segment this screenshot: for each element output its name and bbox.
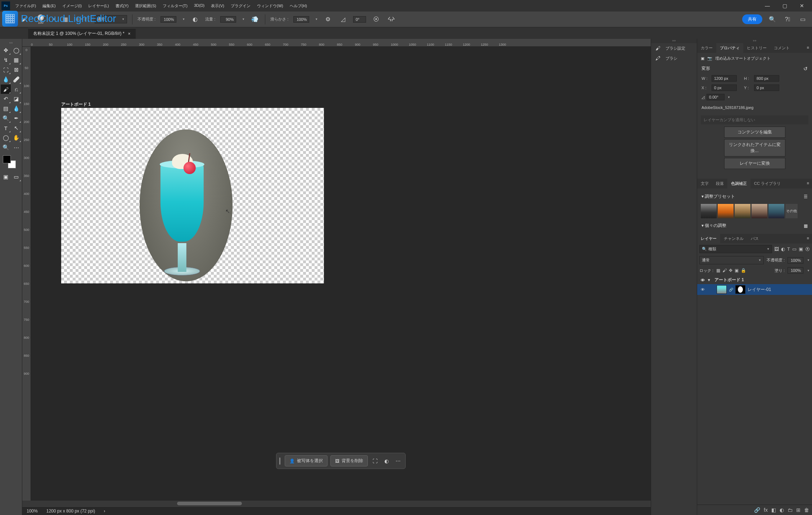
horizontal-scrollbar[interactable] — [22, 501, 651, 506]
share-button[interactable]: 共有 — [742, 14, 762, 24]
ruler-vertical[interactable]: 0501001502002503003504004505005506006507… — [22, 47, 31, 501]
document-dimensions[interactable]: 1200 px x 800 px (72 ppi) — [46, 509, 95, 514]
hand-tool[interactable]: ✋ — [11, 133, 21, 142]
preset-1[interactable] — [701, 204, 717, 218]
grid-view-icon[interactable]: ▦ — [804, 223, 808, 228]
frame-tool[interactable]: ⊠ — [11, 65, 21, 74]
flow-value[interactable]: 90% — [220, 16, 236, 23]
quickmask-icon[interactable]: ▣ — [1, 172, 11, 182]
blur-tool[interactable]: 💧 — [11, 104, 21, 113]
visibility-toggle[interactable]: 👁 — [699, 287, 706, 292]
transform-icon[interactable]: ⛶ — [371, 457, 379, 465]
canvas-stage[interactable]: アートボード 1 — [31, 47, 651, 501]
status-caret-icon[interactable]: › — [104, 509, 105, 514]
presets-more-button[interactable]: その他 — [785, 204, 798, 218]
close-button[interactable]: ✕ — [798, 3, 806, 9]
chevron-down-icon[interactable]: ▼ — [807, 269, 810, 272]
taskbar-handle[interactable] — [279, 457, 280, 465]
maximize-button[interactable]: ▢ — [780, 3, 789, 9]
chevron-down-icon[interactable]: ▼ — [727, 96, 730, 99]
y-value[interactable]: 0 px — [754, 85, 779, 91]
menu-type[interactable]: 書式(Y) — [113, 2, 132, 10]
menu-file[interactable]: ファイル(F) — [12, 2, 39, 10]
eraser-tool[interactable]: ◪ — [11, 94, 21, 104]
tab-layers[interactable]: レイヤー — [697, 234, 720, 243]
collapse-panels[interactable]: »» — [651, 39, 697, 43]
chevron-down-icon[interactable]: ▼ — [182, 18, 185, 21]
angle-value[interactable]: 0° — [353, 16, 366, 23]
symmetry-icon[interactable]: ᔦᔨ — [386, 14, 396, 24]
delete-layer-icon[interactable]: 🗑 — [804, 507, 809, 513]
dodge-tool[interactable]: 🔍 — [1, 114, 11, 123]
brushes-panel-button[interactable]: 🖍 ブラシ — [651, 53, 697, 63]
pressure-opacity-icon[interactable]: ◐ — [190, 14, 200, 24]
height-value[interactable]: 800 px — [754, 75, 779, 82]
menu-view[interactable]: 表示(V) — [208, 2, 227, 10]
collapse-toolbox[interactable]: «« — [1, 40, 21, 45]
tab-adjustments[interactable]: 色調補正 — [727, 179, 750, 188]
object-select-tool[interactable]: ▦ — [11, 55, 21, 65]
menu-window[interactable]: ウィンドウ(W) — [254, 2, 286, 10]
link-layers-icon[interactable]: 🔗 — [754, 507, 760, 513]
rotation-value[interactable]: 0.00° — [707, 94, 725, 100]
new-layer-icon[interactable]: ⊞ — [796, 507, 800, 513]
lock-artboard-icon[interactable]: ▣ — [735, 268, 739, 273]
zoom-tool[interactable]: 🔍 — [1, 143, 11, 152]
adjustment-layer-icon[interactable]: ◐ — [780, 507, 784, 513]
tab-paths[interactable]: パス — [747, 234, 762, 243]
minimize-button[interactable]: — — [763, 3, 772, 9]
marquee-tool[interactable]: ◯ — [11, 46, 21, 55]
filter-shape-icon[interactable]: ▭ — [792, 246, 797, 252]
smoothing-gear-icon[interactable]: ⚙ — [323, 14, 333, 24]
airbrush-icon[interactable]: 💨 — [250, 14, 260, 24]
gradient-tool[interactable]: ▤ — [1, 104, 11, 113]
tab-color[interactable]: カラー — [697, 43, 716, 53]
tab-character[interactable]: 文字 — [697, 179, 712, 188]
link-icon[interactable]: 🔗 — [729, 288, 733, 292]
reset-transform-icon[interactable]: ↺ — [803, 66, 808, 72]
fill-value[interactable]: 100% — [788, 267, 803, 274]
preset-4[interactable] — [752, 204, 767, 218]
lock-all-icon[interactable]: 🔒 — [741, 268, 746, 273]
menu-plugin[interactable]: プラグイン — [228, 2, 253, 10]
lock-position-icon[interactable]: ✥ — [729, 268, 732, 273]
layer-item[interactable]: 👁 🔗 レイヤー-01 — [697, 284, 812, 295]
brush-settings-panel-button[interactable]: 🖌 ブラシ設定 — [651, 43, 697, 53]
history-brush-tool[interactable]: ↶ — [1, 94, 11, 104]
healing-tool[interactable]: 🩹 — [11, 75, 21, 84]
edit-contents-button[interactable]: コンテンツを編集 — [724, 127, 785, 138]
eyedropper-tool[interactable]: 💧 — [1, 75, 11, 84]
chevron-down-icon[interactable]: ▾ — [702, 223, 705, 228]
menu-help[interactable]: ヘルプ(H) — [287, 2, 310, 10]
preset-3[interactable] — [735, 204, 750, 218]
crop-tool[interactable]: ⛶ — [1, 65, 11, 74]
remove-background-button[interactable]: 🖼 背景を削除 — [330, 455, 368, 466]
new-group-icon[interactable]: 🗀 — [788, 507, 793, 513]
tab-history[interactable]: ヒストリー — [743, 43, 770, 53]
lock-image-icon[interactable]: 🖌 — [722, 268, 727, 273]
chevron-down-icon[interactable]: ▼ — [315, 18, 318, 21]
chevron-down-icon[interactable]: ▾ — [702, 194, 705, 199]
document-tab[interactable]: 名称未設定 1 @ 100% (レイヤー-01, RGB/8#) * × — [28, 28, 136, 39]
preset-2[interactable] — [718, 204, 734, 218]
brush-tool[interactable]: 🖌 — [1, 85, 11, 94]
path-select-tool[interactable]: ↖ — [11, 123, 21, 133]
type-tool[interactable]: T — [1, 123, 11, 133]
layer-mask-thumbnail[interactable] — [735, 285, 745, 294]
stamp-tool[interactable]: ⎌ — [11, 85, 21, 94]
panel-menu-icon[interactable]: ≡ — [804, 234, 812, 243]
layer-blend-dropdown[interactable]: 通常 ▼ — [699, 256, 764, 264]
chevron-down-icon[interactable]: ▼ — [242, 18, 245, 21]
lasso-tool[interactable]: ↯ — [1, 55, 11, 65]
select-subject-button[interactable]: 👤 被写体を選択 — [285, 455, 328, 466]
menu-3d[interactable]: 3D(D) — [191, 2, 207, 10]
chevron-down-icon[interactable]: ▼ — [807, 259, 810, 262]
artboard[interactable] — [61, 108, 324, 283]
x-value[interactable]: 0 px — [712, 85, 737, 91]
convert-layer-button[interactable]: レイヤーに変換 — [724, 158, 785, 169]
foreground-swatch[interactable] — [3, 155, 11, 163]
workspace-icon[interactable]: ▭ — [798, 14, 808, 24]
lock-transparency-icon[interactable]: ▦ — [716, 268, 720, 273]
panel-menu-icon[interactable]: ≡ — [804, 179, 812, 188]
zoom-value[interactable]: 100% — [27, 509, 38, 514]
